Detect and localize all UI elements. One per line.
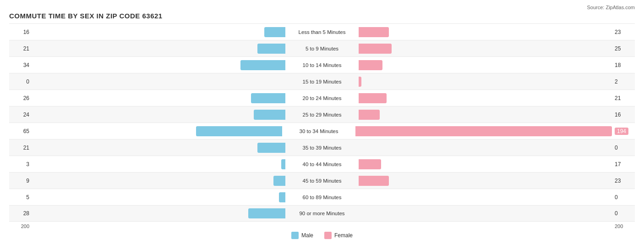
chart-row: 26 20 to 24 Minutes 21 <box>9 89 635 106</box>
male-bar-container <box>32 192 285 202</box>
female-bar <box>359 159 381 169</box>
female-value-container: 21 <box>612 95 635 101</box>
female-bar-container <box>355 126 612 136</box>
bars-wrapper: 5 to 9 Minutes <box>32 40 612 56</box>
male-bar-container <box>32 159 285 169</box>
male-bar <box>254 110 285 120</box>
male-bar <box>273 176 285 186</box>
bars-wrapper: 20 to 24 Minutes <box>32 90 612 106</box>
female-value: 16 <box>615 112 621 118</box>
female-value-container: 2 <box>612 78 635 85</box>
female-value-container: 23 <box>612 29 635 35</box>
male-bar-container <box>32 77 285 87</box>
bars-wrapper: 40 to 44 Minutes <box>32 156 612 172</box>
female-bar <box>359 110 380 120</box>
female-value: 21 <box>615 95 621 101</box>
female-value-container: 0 <box>612 194 635 201</box>
male-bar-container <box>32 44 285 54</box>
row-label: 30 to 34 Minutes <box>282 128 355 134</box>
male-bar <box>257 44 285 54</box>
female-value-container: 18 <box>612 62 635 68</box>
legend-male-color <box>291 232 299 239</box>
male-bar-container <box>32 208 285 218</box>
male-value: 3 <box>9 161 32 167</box>
bars-wrapper: 35 to 39 Minutes <box>32 140 612 156</box>
legend-male: Male <box>291 232 313 239</box>
female-value-container: 17 <box>612 161 635 167</box>
legend: Male Female <box>9 232 635 239</box>
male-bar <box>240 60 285 70</box>
axis-right-label: 200 <box>612 223 635 229</box>
female-value-container: 16 <box>612 112 635 118</box>
chart-row: 21 5 to 9 Minutes 25 <box>9 40 635 56</box>
female-bar <box>359 27 389 37</box>
male-value: 9 <box>9 178 32 184</box>
legend-female-color <box>324 232 332 239</box>
female-bar-container <box>359 159 612 169</box>
legend-male-label: Male <box>301 232 313 239</box>
female-value: 23 <box>615 178 621 184</box>
row-label: 5 to 9 Minutes <box>285 46 359 51</box>
female-value: 2 <box>615 78 618 85</box>
male-bar <box>279 192 285 202</box>
female-bar-container <box>359 143 612 153</box>
female-bar-container <box>359 77 612 87</box>
chart-row: 16 Less than 5 Minutes 23 <box>9 23 635 40</box>
female-bar-container <box>359 93 612 103</box>
chart-row: 5 60 to 89 Minutes 0 <box>9 189 635 205</box>
bars-wrapper: 10 to 14 Minutes <box>32 57 612 73</box>
row-label: 90 or more Minutes <box>285 211 359 216</box>
female-value-container: 194 <box>612 128 635 134</box>
male-bar-container <box>32 110 285 120</box>
female-value-container: 23 <box>612 178 635 184</box>
legend-female-label: Female <box>334 232 353 239</box>
row-label: Less than 5 Minutes <box>285 29 359 35</box>
female-bar-container <box>359 44 612 54</box>
chart-row: 9 45 to 59 Minutes 23 <box>9 172 635 189</box>
axis-row: 200 200 <box>9 223 635 229</box>
row-label: 45 to 59 Minutes <box>285 178 359 184</box>
male-bar <box>264 27 285 37</box>
source-label: Source: ZipAtlas.com <box>9 5 635 10</box>
female-value: 18 <box>615 62 621 68</box>
chart-row: 0 15 to 19 Minutes 2 <box>9 73 635 89</box>
bars-wrapper: 45 to 59 Minutes <box>32 173 612 189</box>
bars-wrapper: 60 to 89 Minutes <box>32 189 612 205</box>
female-value-container: 0 <box>612 210 635 217</box>
female-bar-container <box>359 27 612 37</box>
chart-row: 28 90 or more Minutes 0 <box>9 205 635 222</box>
female-value: 17 <box>615 161 621 167</box>
chart-row: 3 40 to 44 Minutes 17 <box>9 156 635 172</box>
male-value: 5 <box>9 194 32 201</box>
axis-left-label: 200 <box>9 223 32 229</box>
bars-wrapper: 30 to 34 Minutes <box>32 123 612 139</box>
chart-row: 34 10 to 14 Minutes 18 <box>9 56 635 73</box>
female-bar <box>355 126 612 136</box>
bars-wrapper: Less than 5 Minutes <box>32 24 612 40</box>
male-value: 21 <box>9 45 32 52</box>
female-bar-container <box>359 208 612 218</box>
legend-female: Female <box>324 232 353 239</box>
male-bar-container <box>32 60 285 70</box>
female-value: 25 <box>615 45 621 52</box>
male-bar-container <box>32 126 282 136</box>
male-bar-container <box>32 143 285 153</box>
female-bar <box>359 44 392 54</box>
bars-wrapper: 25 to 29 Minutes <box>32 106 612 123</box>
female-bar <box>359 93 387 103</box>
chart-container: 16 Less than 5 Minutes 23 21 5 to 9 Minu… <box>9 23 635 222</box>
female-value-highlight: 194 <box>615 128 628 135</box>
female-value: 0 <box>615 194 618 201</box>
female-value: 0 <box>615 210 618 217</box>
male-value: 28 <box>9 210 32 217</box>
male-value: 34 <box>9 62 32 68</box>
female-bar-container <box>359 176 612 186</box>
male-bar-container <box>32 93 285 103</box>
male-bar <box>257 143 285 153</box>
male-value: 0 <box>9 78 32 85</box>
row-label: 20 to 24 Minutes <box>285 95 359 101</box>
row-label: 60 to 89 Minutes <box>285 195 359 200</box>
male-bar <box>281 159 285 169</box>
male-bar <box>251 93 285 103</box>
male-bar-container <box>32 176 285 186</box>
